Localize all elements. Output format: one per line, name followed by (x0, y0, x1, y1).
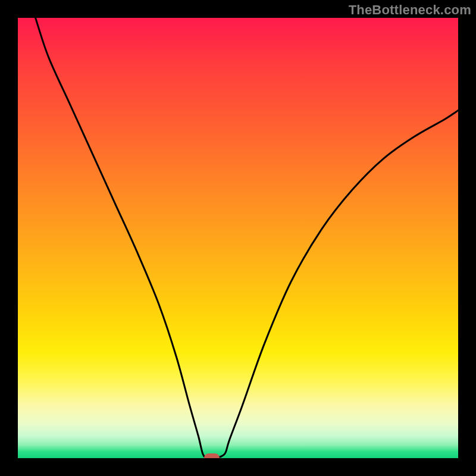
plot-area (18, 18, 458, 458)
watermark-text: TheBottleneck.com (349, 2, 471, 18)
chart-frame: TheBottleneck.com (0, 0, 476, 476)
bottleneck-marker (204, 453, 220, 458)
bottleneck-curve (18, 18, 458, 458)
